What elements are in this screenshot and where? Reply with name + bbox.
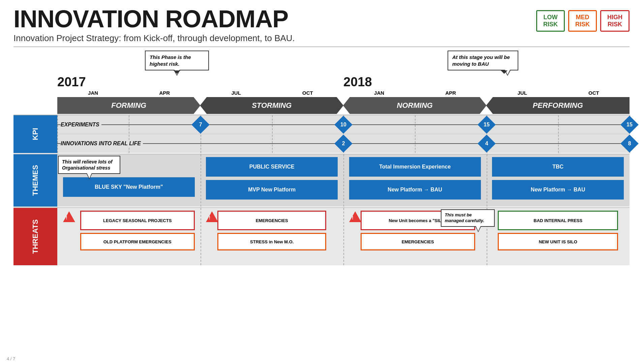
theme-dashed-3 — [487, 154, 487, 207]
title-block: INNOVATION ROADMAP Innovation Project St… — [13, 7, 295, 43]
threats-content: ! ! ! LEGACY SEASONAL PROJECTS OLD PLATF… — [57, 208, 630, 265]
callout-area: This Phase is the highest risk. At this … — [13, 51, 630, 74]
theme-tbc: TBC — [492, 157, 624, 177]
month-oct1: OCT — [272, 90, 343, 96]
year-2017-label: 2017 — [57, 75, 86, 89]
months-row: JAN APR JUL OCT JAN APR JUL OCT — [13, 90, 630, 96]
exclaim-0-text: ! — [66, 215, 67, 220]
kpi-row-experiments: EXPERIMENTS 7 10 15 15 — [57, 115, 630, 134]
threat-bad-press: BAD INTERNAL PRESS — [498, 211, 618, 230]
theme-bluesky: BLUE SKY "New Platform" — [63, 177, 195, 197]
risk-badges: LOWRISK MEDRISK HIGHRISK — [536, 10, 630, 32]
exclaim-1 — [206, 211, 218, 222]
exclaim-1-text: ! — [209, 215, 210, 220]
timeline-section: This Phase is the highest risk. At this … — [13, 51, 630, 265]
callout-managed: This must be managed carefully. — [441, 209, 495, 227]
theme-dashed-1 — [201, 154, 201, 207]
kpi-label: KPI — [13, 115, 57, 153]
kpi-experiments-label: EXPERIMENTS — [61, 122, 101, 128]
callout-performing: At this stage you will be moving to BAU — [448, 51, 518, 70]
diamond-innov-2: 2 — [334, 134, 353, 153]
exclaim-0 — [63, 211, 75, 222]
threat-stress: STRESS in New M.O. — [217, 233, 326, 250]
page-footer: 4 / 7 — [7, 356, 15, 361]
phase-performing: PERFORMING — [486, 97, 630, 114]
threat-dashed-2 — [343, 208, 344, 265]
month-jul2: JUL — [487, 90, 558, 96]
theme-public-service: PUBLIC SERVICE — [206, 157, 338, 177]
risk-med-badge: MEDRISK — [568, 10, 597, 32]
month-apr2: APR — [415, 90, 486, 96]
month-oct2: OCT — [558, 90, 630, 96]
exclaim-2-text: ! — [352, 215, 354, 220]
subtitle: Innovation Project Strategy: from Kick-o… — [13, 33, 295, 43]
year-2018: 2018 — [343, 75, 630, 90]
theme-mvp: MVP New Platform — [206, 180, 338, 200]
kpi-row-innovations: INNOVATIONS INTO REAL LIFE 2 4 8 — [57, 134, 630, 153]
month-jan1: JAN — [57, 90, 129, 96]
threat-dashed-1 — [201, 208, 201, 265]
risk-high-badge: HIGHRISK — [600, 10, 630, 32]
threats-label: THREATS — [13, 208, 57, 265]
kpi-section: KPI EXPERIMENTS 7 — [13, 115, 630, 153]
diamond-exp-15b: 15 — [620, 116, 639, 134]
themes-content: This will relieve lots of Organisational… — [57, 154, 630, 207]
header: INNOVATION ROADMAP Innovation Project St… — [13, 7, 630, 47]
diamond-exp-15a: 15 — [478, 116, 496, 134]
themes-label: THEMES — [13, 154, 57, 207]
threat-new-unit-is-silo: NEW UNIT IS SILO — [498, 233, 618, 250]
diamond-innov-8: 8 — [620, 134, 639, 153]
threat-emergencies-1: EMERGENCIES — [217, 211, 326, 230]
risk-low-badge: LOWRISK — [536, 10, 565, 32]
theme-np-bau-1: New Platform → BAU — [349, 180, 481, 200]
year-2017: 2017 — [57, 75, 343, 90]
year-2018-label: 2018 — [343, 75, 372, 89]
themes-section: THEMES This will relieve lots of Organis… — [13, 154, 630, 207]
threats-section: THREATS ! ! ! LEGACY SEASONAL PROJECTS — [13, 207, 630, 265]
year-row: 2017 2018 — [13, 75, 630, 90]
phase-norming: NORMING — [343, 97, 487, 114]
kpi-content: EXPERIMENTS 7 10 15 15 — [57, 115, 630, 153]
kpi-innovations-label: INNOVATIONS INTO REAL LIFE — [61, 141, 143, 147]
callout-storming: This Phase is the highest risk. — [145, 51, 209, 70]
theme-np-bau-2: New Platform → BAU — [492, 180, 624, 200]
threat-old-platform: OLD PLATFORM EMERGENCIES — [80, 233, 195, 250]
threat-emergencies-2: EMERGENCIES — [361, 233, 475, 250]
slide: INNOVATION ROADMAP Innovation Project St… — [0, 0, 643, 364]
theme-total-immersion: Total Immersion Experience — [349, 157, 481, 177]
month-apr1: APR — [129, 90, 200, 96]
month-jan2: JAN — [343, 90, 415, 96]
phase-bar: FORMING STORMING NORMING PERFORMING — [13, 97, 630, 114]
diamond-exp-10: 10 — [334, 116, 353, 134]
exclaim-2 — [349, 211, 361, 222]
theme-dashed-2 — [343, 154, 344, 207]
month-jul1: JUL — [201, 90, 272, 96]
callout-bluesky: This will relieve lots of Organisational… — [58, 156, 120, 174]
phase-forming: FORMING — [57, 97, 201, 114]
threat-legacy: LEGACY SEASONAL PROJECTS — [80, 211, 195, 230]
main-title: INNOVATION ROADMAP — [13, 7, 295, 31]
diamond-exp-7: 7 — [191, 116, 210, 134]
phase-storming: STORMING — [200, 97, 344, 114]
diamond-innov-4: 4 — [478, 134, 496, 153]
